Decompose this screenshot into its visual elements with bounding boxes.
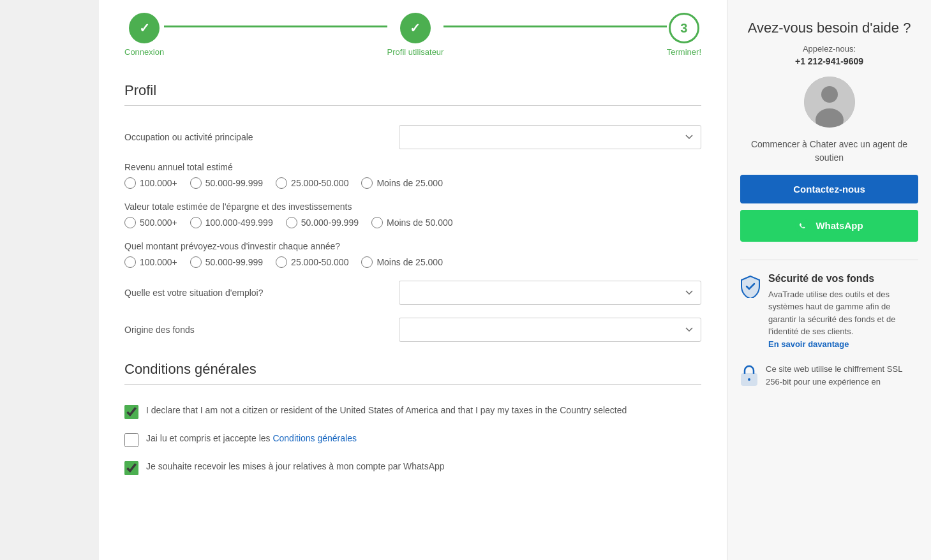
- checkbox-row-3: Je souhaite recevoir les mises à jour re…: [124, 460, 701, 475]
- investir-option-label-3: Moins de 25.000: [376, 257, 443, 267]
- epargne-option-2[interactable]: 50.000-99.999: [286, 217, 359, 228]
- step-profil: ✓ Profil utilisateur: [387, 13, 444, 57]
- agent-avatar: [804, 77, 855, 128]
- investir-option-label-0: 100.000+: [140, 257, 177, 267]
- step-label-profil: Profil utilisateur: [387, 47, 444, 57]
- revenu-option-1[interactable]: 50.000-99.999: [190, 177, 263, 189]
- svg-point-1: [821, 86, 838, 103]
- revenu-option-label-3: Moins de 25.000: [376, 178, 443, 188]
- whatsapp-button-label: WhatsApp: [816, 220, 863, 231]
- sidebar: Avez-vous besoin d'aide ? Appelez-nous: …: [727, 0, 931, 560]
- revenu-radio-3[interactable]: [361, 177, 373, 189]
- conditions-divider: [124, 384, 701, 385]
- epargne-option-0[interactable]: 500.000+: [124, 217, 177, 228]
- checkbox-3-text: Je souhaite recevoir les mises à jour re…: [146, 460, 445, 473]
- step-connexion: ✓ Connexion: [124, 13, 164, 57]
- investir-label: Quel montant prévoyez-vous d'investir ch…: [124, 241, 701, 251]
- contact-button[interactable]: Contactez-nous: [740, 175, 918, 203]
- sidebar-security: Sécurité de vos fonds AvaTrade utilise d…: [740, 260, 918, 390]
- epargne-option-label-1: 100.000-499.999: [205, 217, 273, 228]
- sidebar-help-title: Avez-vous besoin d'aide ?: [740, 19, 918, 38]
- step-line-1: [164, 26, 387, 27]
- epargne-radio-3[interactable]: [371, 217, 383, 228]
- checkbox-1-text: I declare that I am not a citizen or res…: [146, 404, 627, 417]
- conditions-section: Conditions générales I declare that I am…: [124, 361, 701, 475]
- step-circle-profil: ✓: [400, 13, 431, 43]
- revenu-label: Revenu annuel total estimé: [124, 162, 701, 172]
- profil-title: Profil: [124, 82, 701, 99]
- revenu-option-0[interactable]: 100.000+: [124, 177, 177, 189]
- revenu-radio-0[interactable]: [124, 177, 136, 189]
- investir-group: Quel montant prévoyez-vous d'investir ch…: [124, 241, 701, 268]
- step-terminer: 3 Terminer!: [667, 13, 701, 57]
- fonds-row: Origine des fonds: [124, 318, 701, 342]
- ssl-text: Ce site web utilise le chiffrement SSL 2…: [766, 363, 918, 388]
- step-label-terminer: Terminer!: [667, 47, 701, 57]
- investir-radio-0[interactable]: [124, 256, 136, 268]
- revenu-options: 100.000+ 50.000-99.999 25.000-50.000 Moi…: [124, 177, 701, 189]
- step-circle-connexion: ✓: [129, 13, 160, 43]
- checkbox-1[interactable]: [124, 405, 138, 419]
- step-label-connexion: Connexion: [124, 47, 164, 57]
- epargne-option-label-3: Moins de 50.000: [387, 217, 453, 228]
- investir-option-3[interactable]: Moins de 25.000: [361, 256, 443, 268]
- stepper: ✓ Connexion ✓ Profil utilisateur 3 Termi…: [124, 13, 701, 57]
- whatsapp-icon: [795, 219, 809, 233]
- whatsapp-button[interactable]: WhatsApp: [740, 210, 918, 242]
- emploi-select[interactable]: [399, 281, 701, 305]
- security-content: Sécurité de vos fonds AvaTrade utilise d…: [768, 273, 918, 351]
- investir-option-label-1: 50.000-99.999: [205, 257, 263, 267]
- checkbox-3[interactable]: [124, 461, 138, 475]
- investir-option-2[interactable]: 25.000-50.000: [276, 256, 348, 268]
- occupation-select[interactable]: [399, 125, 701, 149]
- checkbox-row-1: I declare that I am not a citizen or res…: [124, 404, 701, 419]
- checkbox-2-text: Jai lu et compris et jaccepte les Condit…: [146, 432, 357, 445]
- left-spacer: [0, 0, 99, 560]
- emploi-label: Quelle est votre situation d'emploi?: [124, 288, 399, 298]
- fonds-select[interactable]: [399, 318, 701, 342]
- step-line-2: [443, 26, 666, 27]
- security-text: AvaTrade utilise des outils et des systè…: [768, 288, 918, 351]
- conditions-title: Conditions générales: [124, 361, 701, 378]
- epargne-radio-0[interactable]: [124, 217, 136, 228]
- revenu-radio-1[interactable]: [190, 177, 202, 189]
- investir-options: 100.000+ 50.000-99.999 25.000-50.000 Moi…: [124, 256, 701, 268]
- occupation-label: Occupation ou activité principale: [124, 132, 399, 142]
- epargne-options: 500.000+ 100.000-499.999 50.000-99.999 M…: [124, 217, 701, 228]
- epargne-option-label-0: 500.000+: [140, 217, 177, 228]
- epargne-radio-1[interactable]: [190, 217, 202, 228]
- security-title: Sécurité de vos fonds: [768, 273, 918, 284]
- revenu-group: Revenu annuel total estimé 100.000+ 50.0…: [124, 162, 701, 189]
- epargne-option-1[interactable]: 100.000-499.999: [190, 217, 273, 228]
- sidebar-chat-text: Commencer à Chater avec un agent de sout…: [740, 138, 918, 165]
- conditions-link[interactable]: Conditions générales: [272, 433, 357, 443]
- revenu-radio-2[interactable]: [276, 177, 287, 189]
- sidebar-phone-number: +1 212-941-9609: [740, 56, 918, 66]
- investir-radio-1[interactable]: [190, 256, 202, 268]
- occupation-row: Occupation ou activité principale: [124, 125, 701, 149]
- epargne-radio-2[interactable]: [286, 217, 297, 228]
- checkbox-2[interactable]: [124, 433, 138, 447]
- svg-point-3: [795, 219, 809, 233]
- svg-point-5: [748, 378, 750, 381]
- investir-option-0[interactable]: 100.000+: [124, 256, 177, 268]
- investir-radio-2[interactable]: [276, 256, 287, 268]
- revenu-option-label-1: 50.000-99.999: [205, 178, 263, 188]
- security-block-2: Ce site web utilise le chiffrement SSL 2…: [740, 363, 918, 389]
- security-link[interactable]: En savoir davantage: [768, 339, 849, 349]
- main-content: ✓ Connexion ✓ Profil utilisateur 3 Termi…: [99, 0, 727, 560]
- epargne-option-3[interactable]: Moins de 50.000: [371, 217, 453, 228]
- agent-avatar-image: [804, 77, 855, 128]
- revenu-option-label-0: 100.000+: [140, 178, 177, 188]
- ssl-content: Ce site web utilise le chiffrement SSL 2…: [766, 363, 918, 388]
- step-circle-terminer: 3: [669, 13, 699, 43]
- fonds-label: Origine des fonds: [124, 325, 399, 335]
- revenu-option-2[interactable]: 25.000-50.000: [276, 177, 348, 189]
- investir-radio-3[interactable]: [361, 256, 373, 268]
- lock-icon: [740, 365, 758, 389]
- investir-option-1[interactable]: 50.000-99.999: [190, 256, 263, 268]
- checkbox-row-2: Jai lu et compris et jaccepte les Condit…: [124, 432, 701, 447]
- profil-divider: [124, 105, 701, 106]
- revenu-option-3[interactable]: Moins de 25.000: [361, 177, 443, 189]
- investir-option-label-2: 25.000-50.000: [291, 257, 348, 267]
